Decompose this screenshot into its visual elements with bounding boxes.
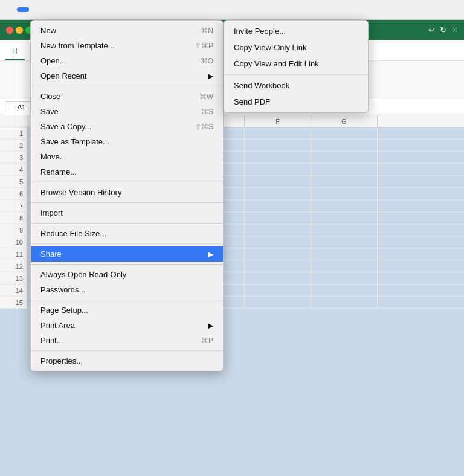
cell-1-5[interactable] (245, 127, 311, 139)
cell-2-6[interactable] (311, 140, 378, 151)
share-item-send-pdf[interactable]: Send PDF (224, 94, 368, 110)
cell-6-6[interactable] (311, 188, 378, 199)
row-header-6: 6 (0, 188, 27, 199)
menu-item-rename---[interactable]: Rename... (31, 164, 223, 179)
menu-item-new-from-template---[interactable]: New from Template...⇧⌘P (31, 38, 223, 53)
share-item-copy-view-only-link[interactable]: Copy View-Only Link (224, 39, 368, 56)
menu-view[interactable] (41, 7, 53, 12)
cell-14-5[interactable] (245, 285, 311, 296)
cell-13-6[interactable] (311, 272, 378, 284)
menu-item-properties---[interactable]: Properties... (31, 353, 223, 368)
menu-item-label: Move... (40, 152, 213, 161)
cell-11-6[interactable] (311, 248, 378, 260)
cell-4-5[interactable] (245, 164, 311, 175)
row-header-5: 5 (0, 176, 27, 187)
menu-edit[interactable] (29, 7, 41, 12)
menu-window[interactable] (102, 7, 114, 12)
menu-item-passwords---[interactable]: Passwords... (31, 282, 223, 297)
row-header-10: 10 (0, 236, 27, 248)
menu-item-new[interactable]: New⌘N (31, 23, 223, 38)
share-item-send-workbook[interactable]: Send Workbook (224, 77, 368, 94)
tab-home[interactable]: H (5, 43, 25, 60)
menu-format[interactable] (65, 7, 77, 12)
menu-item-browse-version-history[interactable]: Browse Version History (31, 185, 223, 200)
submenu-separator (224, 74, 368, 75)
share-submenu: Invite People...Copy View-Only LinkCopy … (224, 20, 369, 113)
window-close-button[interactable] (6, 27, 13, 34)
menu-tools[interactable] (77, 7, 89, 12)
cell-9-5[interactable] (245, 224, 311, 236)
menu-item-save-a-copy---[interactable]: Save a Copy...⇧⌘S (31, 119, 223, 134)
menu-item-close[interactable]: Close⌘W (31, 89, 223, 104)
cell-12-5[interactable] (245, 260, 311, 272)
menu-insert[interactable] (53, 7, 65, 12)
col-header-g[interactable]: G (311, 115, 378, 127)
cell-10-6[interactable] (311, 236, 378, 248)
menu-item-share[interactable]: Share▶ (31, 246, 223, 262)
menu-item-save[interactable]: Save⌘S (31, 104, 223, 119)
col-header-f[interactable]: F (245, 115, 311, 127)
menu-separator (31, 300, 223, 300)
menu-item-label: Print... (40, 336, 177, 345)
cell-10-5[interactable] (245, 236, 311, 248)
cell-7-5[interactable] (245, 200, 311, 211)
menu-item-open-recent[interactable]: Open Recent▶ (31, 68, 223, 83)
cell-7-6[interactable] (311, 200, 378, 211)
menu-item-label: New (40, 26, 176, 35)
row-header-9: 9 (0, 224, 27, 236)
menu-item-label: New from Template... (40, 41, 171, 50)
menu-item-import[interactable]: Import (31, 205, 223, 220)
menu-item-open---[interactable]: Open...⌘O (31, 53, 223, 68)
menu-item-label: Save as Template... (40, 137, 213, 146)
menu-item-move---[interactable]: Move... (31, 149, 223, 164)
menu-item-always-open-read-only[interactable]: Always Open Read-Only (31, 267, 223, 282)
cell-2-5[interactable] (245, 140, 311, 151)
menu-item-label: Share (40, 249, 208, 259)
menu-item-print-area[interactable]: Print Area▶ (31, 318, 223, 333)
undo-icon[interactable]: ↩ (428, 25, 435, 34)
cell-1-6[interactable] (311, 127, 378, 139)
row-header-7: 7 (0, 200, 27, 211)
menu-item-save-as-template---[interactable]: Save as Template... (31, 134, 223, 149)
cell-5-5[interactable] (245, 176, 311, 187)
cell-14-6[interactable] (311, 285, 378, 296)
window-minimize-button[interactable] (16, 27, 23, 34)
cell-4-6[interactable] (311, 164, 378, 175)
share-item-copy-view-and-edit-link[interactable]: Copy View and Edit Link (224, 56, 368, 72)
cell-3-6[interactable] (311, 152, 378, 163)
menu-separator (31, 182, 223, 182)
cell-11-5[interactable] (245, 248, 311, 260)
menu-help[interactable] (114, 7, 126, 12)
menu-separator (31, 243, 223, 244)
cell-3-5[interactable] (245, 152, 311, 163)
cell-6-5[interactable] (245, 188, 311, 199)
menu-item-shortcut: ⌘N (201, 27, 213, 35)
row-header-2: 2 (0, 140, 27, 151)
cell-5-6[interactable] (311, 176, 378, 187)
menu-item-label: Rename... (40, 167, 213, 176)
menu-bar (0, 0, 464, 20)
row-header-1: 1 (0, 127, 27, 139)
more-icon[interactable]: ⁙ (451, 25, 458, 34)
cell-12-6[interactable] (311, 260, 378, 272)
cell-9-6[interactable] (311, 224, 378, 236)
cell-15-5[interactable] (245, 297, 311, 308)
share-item-invite-people---[interactable]: Invite People... (224, 23, 368, 39)
menu-item-shortcut: ⌘P (201, 336, 213, 345)
menu-data[interactable] (89, 7, 102, 12)
menu-item-print---[interactable]: Print...⌘P (31, 333, 223, 348)
cell-13-5[interactable] (245, 272, 311, 284)
menu-item-shortcut: ⌘W (199, 92, 213, 101)
menu-file[interactable] (17, 7, 29, 12)
cell-15-6[interactable] (311, 297, 378, 308)
menu-separator (31, 202, 223, 203)
menu-item-reduce-file-size---[interactable]: Reduce File Size... (31, 226, 223, 241)
menu-item-label: Page Setup... (40, 306, 213, 315)
submenu-arrow-icon: ▶ (208, 72, 213, 80)
menu-item-page-setup---[interactable]: Page Setup... (31, 303, 223, 318)
redo-icon[interactable]: ↻ (440, 25, 446, 34)
cell-8-6[interactable] (311, 212, 378, 224)
cell-8-5[interactable] (245, 212, 311, 224)
menu-excel[interactable] (5, 7, 17, 12)
row-header-4: 4 (0, 164, 27, 175)
